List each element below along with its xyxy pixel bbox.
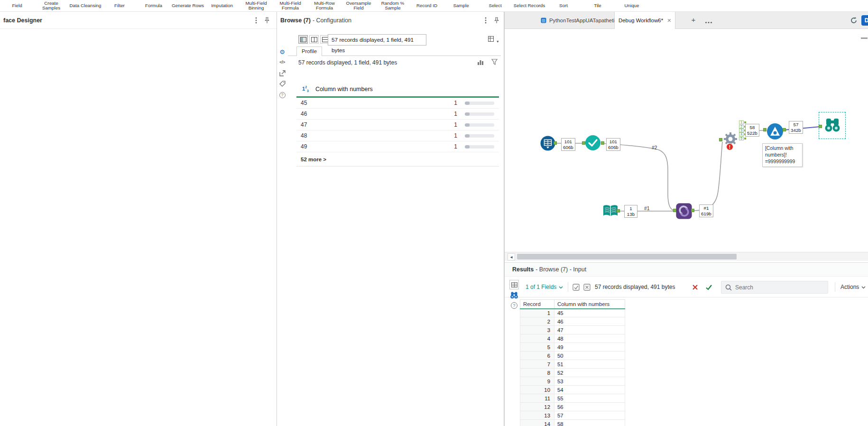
scroll-left-button[interactable]: ◂ [508,253,515,260]
filter-button[interactable] [491,59,498,66]
browse-view-button[interactable] [510,291,518,301]
connection-progress-label[interactable]: #1 619b [699,204,713,217]
output-anchor[interactable] [554,141,557,145]
errors-filter-button[interactable] [692,277,698,297]
analytic-app-tool[interactable] [766,123,784,141]
select-all-button[interactable] [573,277,580,297]
fields-dropdown[interactable]: 1 of 1 Fields [526,277,563,297]
table-row[interactable]: 650 [520,352,625,360]
test-tool[interactable] [585,135,601,152]
output-anchor[interactable] [617,209,620,213]
output-anchor[interactable] [601,141,604,145]
close-tab-icon[interactable]: ✕ [667,18,671,24]
output-anchor[interactable] [691,209,694,212]
output-anchor[interactable] [783,128,786,131]
config-pin-button[interactable] [492,16,501,25]
toolbar-item[interactable]: Imputation [205,3,239,9]
config-menu-button[interactable] [481,16,490,25]
connection-progress-label[interactable]: 1 13b [624,205,637,218]
refresh-button[interactable] [850,17,858,26]
table-row[interactable]: 751 [520,360,625,369]
profile-row[interactable]: 451 [296,98,499,109]
workflow-canvas[interactable]: 101 606b 101 606b #2 1 13b #1 #1 619b ! [508,29,868,252]
gear-icon[interactable]: ⚙ [278,48,286,56]
pin-button[interactable] [263,16,271,25]
toolbar-item[interactable]: Create Samples [34,1,68,11]
chart-view-button[interactable] [477,59,484,66]
toolbar-item[interactable]: Tile [581,3,615,9]
search-box[interactable] [721,281,828,294]
connection-progress-label[interactable]: 101 606b [606,138,620,151]
toolbar-item[interactable]: Record ID [410,3,444,9]
app-badge-icon[interactable]: D [861,15,868,26]
table-row[interactable]: 1155 [520,394,625,403]
table-row[interactable]: 448 [520,334,625,343]
table-row[interactable]: 852 [520,369,625,377]
table-row[interactable]: 145 [520,309,625,317]
profile-row[interactable]: 471 [296,120,499,130]
toolbar-item[interactable]: Select [478,3,512,9]
scrollbar-thumb[interactable] [517,254,737,259]
python-tool[interactable] [676,203,692,221]
toolbar-item[interactable]: Multi-Row Formula [307,1,342,11]
tab-workflow-2[interactable]: Debug Workflow6* ✕ [614,12,675,29]
toolbar-item[interactable]: Multi-Field Formula [273,1,307,11]
toolbar-item[interactable]: Sample [444,3,478,9]
browse-book-tool[interactable] [602,204,619,220]
input-anchor[interactable] [763,128,766,131]
code-view-icon[interactable]: </> [278,60,286,67]
input-anchor[interactable] [819,125,822,128]
search-input[interactable] [735,284,821,291]
layout-single-button[interactable] [298,35,308,44]
deselect-all-button[interactable] [583,277,591,297]
toolbar-item[interactable]: Oversample Field [342,1,376,11]
toolbar-item[interactable]: Filter [102,3,137,9]
table-options-button[interactable]: ▾ [488,36,499,44]
table-row[interactable]: 953 [520,377,625,386]
table-row[interactable]: 1357 [520,411,625,420]
gear-output-anchor[interactable]: 5 [739,137,746,140]
help-icon[interactable]: ? [511,302,517,309]
connection-progress-label[interactable]: 58 522b [745,124,759,137]
results-table[interactable]: Record Column with numbers 1452463474485… [520,299,625,426]
records-summary-box[interactable]: 57 records displayed, 1 field, 491 bytes [328,34,426,46]
more-values-link[interactable]: 52 more > [296,152,499,167]
browse-tool-selected[interactable] [824,117,841,135]
actions-dropdown[interactable]: Actions [840,277,866,297]
input-anchor[interactable] [582,141,585,145]
toolbar-item[interactable]: Formula [137,3,171,9]
connection-progress-label[interactable]: 101 606b [561,138,575,151]
toolbar-item[interactable]: Generate Rows [171,3,205,9]
table-row[interactable]: 246 [520,317,625,326]
table-view-button[interactable] [509,280,519,289]
table-row[interactable]: 549 [520,343,625,352]
toolbar-item[interactable]: Unique [615,3,649,9]
toolbar-item[interactable]: Field [0,3,34,9]
profile-row[interactable]: 481 [296,130,499,141]
toolbar-item[interactable]: Sort [546,3,581,9]
error-badge-icon[interactable]: ! [726,143,733,150]
panel-splitter[interactable] [277,12,277,426]
column-header-record[interactable]: Record [520,300,554,309]
new-tab-button[interactable]: + [689,16,698,25]
toolbar-item[interactable]: Select Records [512,3,546,9]
collapse-handle-icon[interactable] [861,37,868,39]
input-anchor[interactable] [719,138,722,141]
table-row[interactable]: 1256 [520,403,625,411]
toolbar-item[interactable]: Random % Sample [376,1,410,11]
open-external-icon[interactable] [278,70,286,78]
table-row[interactable]: 1054 [520,386,625,394]
panel-menu-button[interactable] [252,16,260,25]
success-filter-button[interactable] [705,277,712,297]
toolbar-item[interactable]: Multi-Field Binning [239,1,273,11]
layout-columns-button[interactable] [309,35,319,44]
help-icon[interactable]: ? [278,91,286,98]
table-row[interactable]: 347 [520,326,625,334]
table-row[interactable]: 1458 [520,420,625,426]
tab-profile[interactable]: Profile [296,46,322,56]
tag-icon[interactable] [278,81,286,88]
canvas-hscrollbar[interactable]: ◂ [505,252,868,261]
connection-progress-label[interactable]: 57 342b [789,121,803,134]
toolbar-item[interactable]: Data Cleansing [68,3,102,9]
tab-overflow-button[interactable] [705,19,712,25]
